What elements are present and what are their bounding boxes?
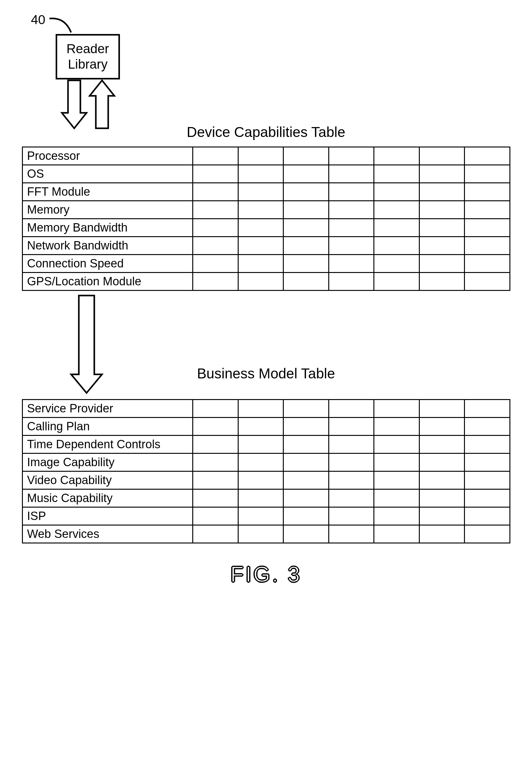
empty-cell <box>419 219 464 237</box>
empty-cell <box>284 273 329 290</box>
table-row: Video Capability <box>22 472 510 489</box>
empty-cell <box>419 147 464 165</box>
empty-cell <box>374 183 419 201</box>
empty-cell <box>284 489 329 507</box>
empty-cell <box>284 507 329 525</box>
empty-cell <box>465 201 510 219</box>
row-label: Video Capability <box>22 472 193 489</box>
empty-cell <box>465 472 510 489</box>
empty-cell <box>329 400 374 418</box>
double-arrow-icon <box>60 79 119 131</box>
empty-cell <box>193 454 238 472</box>
empty-cell <box>374 147 419 165</box>
empty-cell <box>329 201 374 219</box>
table-row: Processor <box>22 147 510 165</box>
empty-cell <box>193 400 238 418</box>
empty-cell <box>465 418 510 436</box>
empty-cell <box>284 237 329 255</box>
table-row: OS <box>22 165 510 183</box>
empty-cell <box>374 525 419 543</box>
empty-cell <box>329 489 374 507</box>
empty-cell <box>465 147 510 165</box>
empty-cell <box>329 273 374 290</box>
empty-cell <box>465 273 510 290</box>
empty-cell <box>419 273 464 290</box>
table-row: Service Provider <box>22 400 510 418</box>
empty-cell <box>238 472 283 489</box>
empty-cell <box>284 219 329 237</box>
empty-cell <box>238 237 283 255</box>
row-label: Service Provider <box>22 400 193 418</box>
empty-cell <box>193 219 238 237</box>
empty-cell <box>374 489 419 507</box>
empty-cell <box>419 237 464 255</box>
empty-cell <box>284 147 329 165</box>
table-row: Web Services <box>22 525 510 543</box>
empty-cell <box>193 525 238 543</box>
empty-cell <box>284 400 329 418</box>
empty-cell <box>284 201 329 219</box>
empty-cell <box>238 418 283 436</box>
row-label: Image Capability <box>22 454 193 472</box>
empty-cell <box>374 454 419 472</box>
empty-cell <box>284 472 329 489</box>
empty-cell <box>419 255 464 273</box>
table-row: FFT Module <box>22 183 510 201</box>
empty-cell <box>465 454 510 472</box>
empty-cell <box>419 454 464 472</box>
empty-cell <box>419 418 464 436</box>
device-capabilities-tbody: ProcessorOSFFT ModuleMemoryMemory Bandwi… <box>22 147 510 290</box>
empty-cell <box>329 418 374 436</box>
empty-cell <box>465 237 510 255</box>
empty-cell <box>284 255 329 273</box>
empty-cell <box>419 400 464 418</box>
empty-cell <box>238 273 283 290</box>
empty-cell <box>465 436 510 454</box>
empty-cell <box>419 489 464 507</box>
empty-cell <box>465 183 510 201</box>
row-label: Processor <box>22 147 193 165</box>
empty-cell <box>419 165 464 183</box>
empty-cell <box>419 472 464 489</box>
empty-cell <box>284 183 329 201</box>
business-model-title: Business Model Table <box>19 365 513 382</box>
empty-cell <box>465 165 510 183</box>
empty-cell <box>238 219 283 237</box>
row-label: GPS/Location Module <box>22 273 193 290</box>
empty-cell <box>284 436 329 454</box>
empty-cell <box>329 472 374 489</box>
empty-cell <box>374 436 419 454</box>
empty-cell <box>374 400 419 418</box>
empty-cell <box>238 147 283 165</box>
empty-cell <box>465 255 510 273</box>
row-label: ISP <box>22 507 193 525</box>
empty-cell <box>238 454 283 472</box>
empty-cell <box>465 507 510 525</box>
empty-cell <box>329 525 374 543</box>
table-row: Image Capability <box>22 454 510 472</box>
empty-cell <box>193 165 238 183</box>
empty-cell <box>238 507 283 525</box>
empty-cell <box>374 237 419 255</box>
table-row: GPS/Location Module <box>22 273 510 290</box>
row-label: FFT Module <box>22 183 193 201</box>
row-label: OS <box>22 165 193 183</box>
table-row: Calling Plan <box>22 418 510 436</box>
empty-cell <box>193 472 238 489</box>
empty-cell <box>374 273 419 290</box>
empty-cell <box>374 165 419 183</box>
empty-cell <box>238 525 283 543</box>
empty-cell <box>284 165 329 183</box>
empty-cell <box>238 165 283 183</box>
empty-cell <box>329 255 374 273</box>
reader-library-line2: Library <box>66 57 109 72</box>
table-row: ISP <box>22 507 510 525</box>
row-label: Time Dependent Controls <box>22 436 193 454</box>
empty-cell <box>419 183 464 201</box>
empty-cell <box>329 237 374 255</box>
empty-cell <box>193 273 238 290</box>
empty-cell <box>193 147 238 165</box>
reader-library-line1: Reader <box>66 41 109 57</box>
empty-cell <box>329 165 374 183</box>
table-row: Network Bandwidth <box>22 237 510 255</box>
